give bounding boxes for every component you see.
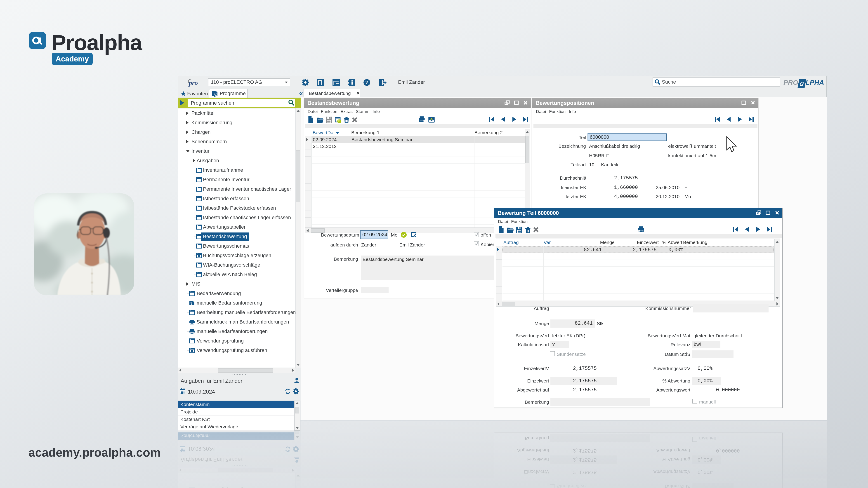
window1-titlebar[interactable]: Bestandsbewertung bbox=[304, 98, 531, 108]
nav-prev-icon[interactable] bbox=[744, 226, 750, 232]
help-button[interactable] bbox=[363, 78, 371, 86]
task-kontenstamm[interactable]: Kontenstamm bbox=[178, 401, 294, 408]
tree-item-inventuraufnahme[interactable]: Inventuraufnahme bbox=[178, 165, 296, 175]
revert-icon[interactable] bbox=[334, 116, 342, 123]
tree-item-verwendungspr-fung-ausf-hren[interactable]: Verwendungsprüfung ausführen bbox=[178, 346, 296, 355]
tree-item-seriennummern[interactable]: Seriennummern bbox=[178, 137, 296, 147]
delete-icon[interactable] bbox=[524, 226, 531, 233]
bewertungsdatum-input[interactable]: 02.09.2024 bbox=[360, 230, 388, 239]
program-search-input[interactable]: Programme suchen bbox=[188, 99, 296, 107]
scroll-left-icon[interactable] bbox=[179, 369, 181, 372]
tree-item-label[interactable]: Bewertungsschemas bbox=[203, 243, 249, 249]
nav-last-icon[interactable] bbox=[523, 116, 528, 122]
tab-bestandsbewertung[interactable]: Bestandsbewertung × bbox=[304, 89, 360, 97]
close-x-icon[interactable] bbox=[532, 226, 539, 233]
row-selector-cell[interactable] bbox=[496, 273, 502, 280]
save-icon[interactable] bbox=[325, 116, 333, 123]
nav-first-icon[interactable] bbox=[714, 116, 720, 122]
search-icon[interactable] bbox=[288, 99, 294, 106]
nav-prev-icon[interactable] bbox=[725, 116, 732, 122]
menu-datei[interactable]: Datei bbox=[308, 109, 318, 114]
row-selector-cell[interactable] bbox=[496, 266, 502, 273]
grid1-row-1[interactable]: 31.12.2012 bbox=[312, 143, 527, 150]
scroll-thumb[interactable] bbox=[218, 368, 273, 372]
col-var[interactable]: Var bbox=[544, 240, 551, 245]
tree-item-inventur[interactable]: Inventur bbox=[178, 147, 296, 156]
grid1-row-0[interactable]: 02.09.2024Bestandsbewertung Seminar bbox=[312, 136, 527, 143]
relevanz-input[interactable]: bwl bbox=[692, 341, 720, 348]
tree-item-label[interactable]: Bedarfsverwendung bbox=[197, 291, 241, 296]
tree-item-manuelle-bedarfsanforderung[interactable]: manuelle Bedarfsanforderung bbox=[178, 298, 296, 308]
new-icon[interactable] bbox=[498, 226, 505, 233]
panel-toggle-button[interactable] bbox=[317, 78, 325, 86]
tree-item-label[interactable]: manuelle Bedarfsanforderung bbox=[197, 300, 262, 306]
tree-item-label[interactable]: Sammeldruck man Bedarfsanforderungen bbox=[197, 319, 289, 325]
gear-icon[interactable] bbox=[293, 388, 299, 394]
tree-expand-icon[interactable] bbox=[193, 159, 195, 162]
tree-item-abwertungstabellen[interactable]: Abwertungstabellen bbox=[178, 222, 296, 232]
tree-item-label[interactable]: manuelle Bedarfsanforderungen bbox=[197, 328, 268, 334]
logout-button[interactable] bbox=[378, 78, 387, 86]
layout-button[interactable] bbox=[332, 78, 340, 86]
tree-hscrollbar[interactable] bbox=[178, 367, 296, 373]
row-selector-cell[interactable] bbox=[496, 280, 502, 287]
tree-item-label[interactable]: MIS bbox=[191, 281, 200, 287]
tree-expand-icon[interactable] bbox=[186, 140, 188, 143]
row-selector-cell[interactable] bbox=[305, 143, 311, 150]
tree-item-buchungsvorschl-ge-erzeugen[interactable]: Buchungsvorschläge erzeugen bbox=[178, 251, 296, 260]
stundensaetze-checkbox[interactable] bbox=[550, 351, 555, 356]
close-icon[interactable] bbox=[775, 210, 780, 215]
tree-item-aktuelle-wia-nach-beleg[interactable]: aktuelle WIA nach Beleg bbox=[178, 270, 296, 279]
nav-next-icon[interactable] bbox=[737, 116, 743, 122]
info-button[interactable] bbox=[348, 78, 356, 86]
edit-icon[interactable] bbox=[410, 231, 417, 238]
verteilergruppe-input[interactable] bbox=[361, 287, 389, 293]
kopier-checkbox[interactable] bbox=[474, 241, 479, 246]
tree-item-wia-buchungsvorschl-ge[interactable]: WIA-Buchungsvorschläge bbox=[178, 260, 296, 270]
bemerkung3-input[interactable] bbox=[550, 398, 650, 406]
tree-item-label[interactable]: aktuelle WIA nach Beleg bbox=[203, 271, 257, 278]
row-selector-cell[interactable] bbox=[305, 211, 311, 218]
open-icon[interactable] bbox=[506, 226, 514, 233]
nav-last-icon[interactable] bbox=[748, 116, 754, 122]
global-search-input[interactable]: Suche bbox=[653, 77, 780, 87]
task-kostenart-kst[interactable]: Kostenart KSt bbox=[178, 416, 294, 423]
scroll-left-icon[interactable] bbox=[307, 229, 309, 232]
grid3-vscrollbar[interactable] bbox=[774, 239, 780, 301]
tree-item-bearbeitung-manuelle-bedarfsanforderungen[interactable]: Bearbeitung manuelle Bedarfsanforderunge… bbox=[178, 308, 296, 317]
row-selector-cell[interactable] bbox=[305, 218, 311, 224]
teil-input[interactable]: 6000000 bbox=[588, 133, 666, 141]
tree-item-label[interactable]: Inventuraufnahme bbox=[203, 167, 243, 173]
col-menge[interactable]: Menge bbox=[565, 240, 615, 245]
nav-first-icon[interactable] bbox=[489, 116, 495, 122]
save-icon[interactable] bbox=[516, 226, 523, 233]
tree-item-label[interactable]: Packmittel bbox=[191, 110, 214, 116]
tree-item-label[interactable]: Verwendungsprüfung ausführen bbox=[197, 348, 267, 353]
scroll-down-icon[interactable] bbox=[776, 297, 779, 299]
nav-prev-icon[interactable] bbox=[500, 116, 506, 122]
refresh-icon[interactable] bbox=[285, 388, 291, 394]
row-selector-cell[interactable] bbox=[305, 157, 311, 163]
tree-expand-icon[interactable] bbox=[186, 111, 188, 115]
col-bemerkung2[interactable]: Bemerkung 2 bbox=[474, 130, 503, 135]
task-vertr-ge-auf-wiedervorlage[interactable]: Verträge auf Wiedervorlage bbox=[178, 423, 294, 431]
row-selector-cell[interactable] bbox=[305, 224, 311, 228]
kommission-input[interactable] bbox=[693, 304, 769, 313]
manuell-checkbox[interactable] bbox=[692, 399, 697, 403]
row-selector-cell[interactable] bbox=[496, 287, 502, 293]
menge-input[interactable]: 82.641 bbox=[550, 320, 595, 328]
tree-item-packmittel[interactable]: Packmittel bbox=[178, 108, 296, 118]
datumstds-input[interactable] bbox=[692, 350, 734, 358]
settings-button[interactable] bbox=[301, 78, 309, 86]
scroll-down-icon[interactable] bbox=[296, 427, 299, 429]
tree-item-kommissionierung[interactable]: Kommissionierung bbox=[178, 118, 296, 127]
row-selector-cell[interactable] bbox=[305, 177, 311, 184]
tab-close-icon[interactable]: × bbox=[357, 90, 360, 96]
task-projekte[interactable]: Projekte bbox=[178, 408, 294, 416]
kalkulationsart-input[interactable]: ? bbox=[550, 341, 569, 348]
import-icon[interactable] bbox=[428, 116, 435, 123]
tree-item-mis[interactable]: MIS bbox=[178, 279, 296, 289]
tree-item-permanente-inventur[interactable]: Permanente Inventur bbox=[178, 175, 296, 184]
row-selector-cell[interactable] bbox=[496, 293, 502, 300]
check-icon[interactable] bbox=[401, 232, 407, 238]
